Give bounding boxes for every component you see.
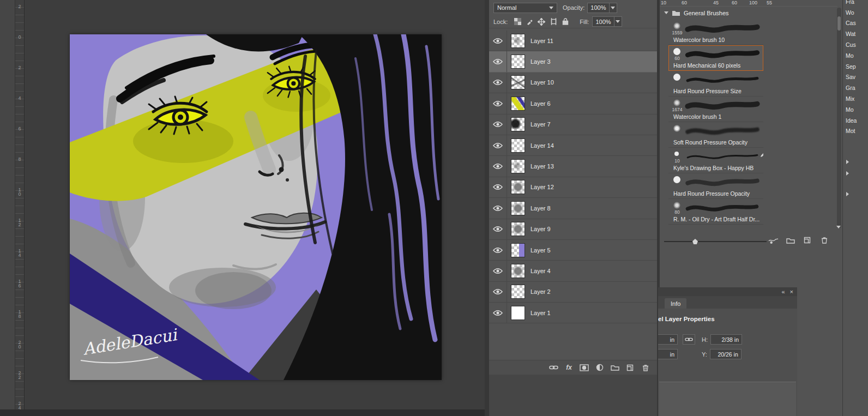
scroll-down-chevron[interactable]: [836, 226, 841, 228]
layer-row[interactable]: Layer 10: [489, 73, 657, 93]
layer-visibility-toggle[interactable]: [489, 135, 507, 155]
lock-artboard-icon[interactable]: [548, 17, 559, 27]
link-dimensions-button[interactable]: [683, 334, 695, 345]
vertical-ruler[interactable]: 2024681 01 21 41 61 82 02 22 4: [15, 0, 25, 416]
delete-brush-icon[interactable]: [819, 236, 829, 245]
lock-all-icon[interactable]: [560, 17, 571, 27]
layer-thumbnail[interactable]: [511, 75, 525, 89]
collapsed-panel-item[interactable]: Wo: [843, 7, 868, 18]
layer-visibility-toggle[interactable]: [489, 51, 507, 71]
new-brush-icon[interactable]: [802, 236, 812, 245]
adjustment-layer-icon[interactable]: [594, 363, 605, 372]
delete-layer-icon[interactable]: [640, 363, 650, 372]
collapsed-panel-item[interactable]: Gra: [843, 82, 868, 93]
layer-thumbnail[interactable]: [511, 222, 525, 236]
collapsed-panel-item[interactable]: Mot: [843, 126, 868, 137]
layer-visibility-toggle[interactable]: [489, 240, 507, 260]
layer-row[interactable]: Layer 13: [489, 156, 657, 177]
new-group-icon[interactable]: [610, 363, 620, 372]
brush-item[interactable]: Soft Round Pressure Opacity: [668, 122, 763, 148]
layer-row[interactable]: Layer 7: [489, 114, 657, 135]
layer-row[interactable]: Layer 2: [489, 282, 657, 303]
collapse-panel-icon[interactable]: «: [781, 288, 785, 295]
brush-item[interactable]: 80 R. M. - Oil Dry - Art Draft Half Dr..…: [668, 199, 763, 225]
layer-visibility-toggle[interactable]: [489, 31, 507, 51]
expand-panel-chevron[interactable]: [846, 171, 849, 176]
layer-visibility-toggle[interactable]: [489, 261, 507, 281]
layer-visibility-toggle[interactable]: [489, 93, 507, 113]
layer-row[interactable]: Layer 1: [489, 303, 657, 323]
layer-row[interactable]: Layer 6: [489, 93, 657, 114]
brush-item[interactable]: Hard Round Pressure Opacity: [668, 173, 763, 199]
tab-info[interactable]: Info: [665, 298, 686, 309]
height-field[interactable]: 2/38 in: [710, 334, 742, 345]
lock-pixels-icon[interactable]: [524, 17, 535, 27]
brush-item[interactable]: 1674 Watercolor brush 1: [668, 97, 763, 122]
lock-position-icon[interactable]: [536, 17, 547, 27]
layer-row[interactable]: Layer 4: [489, 261, 657, 281]
brush-item[interactable]: Hard Round Pressure Size: [668, 71, 763, 97]
collapsed-panel-item[interactable]: Mo: [843, 104, 868, 115]
collapsed-panel-item[interactable]: Sav: [843, 72, 868, 83]
add-layer-mask-icon[interactable]: [579, 363, 589, 372]
expand-panel-chevron[interactable]: [846, 160, 849, 164]
brush-item[interactable]: 1559 Watercolor brush 10: [668, 20, 763, 45]
layer-row[interactable]: Layer 5: [489, 240, 657, 261]
collapsed-panel-item[interactable]: Sep: [843, 61, 868, 72]
canvas-pasteboard[interactable]: 2024681 01 21 41 61 82 02 22 4: [0, 0, 485, 416]
layer-thumbnail[interactable]: [511, 34, 525, 48]
layer-thumbnail[interactable]: [511, 159, 525, 173]
layer-thumbnail[interactable]: [511, 264, 525, 278]
layer-thumbnail[interactable]: [511, 97, 525, 111]
collapsed-panel-item[interactable]: Mo: [843, 50, 868, 61]
collapsed-panel-item[interactable]: Wat: [843, 28, 868, 39]
canvas-artwork[interactable]: AdeleDacui: [70, 34, 442, 380]
stroke-preview-toggle-icon[interactable]: [768, 236, 779, 245]
layer-visibility-toggle[interactable]: [489, 73, 507, 93]
slider-handle[interactable]: [692, 239, 698, 244]
x-field-partial[interactable]: in: [658, 349, 678, 359]
layer-row[interactable]: Layer 9: [489, 219, 657, 240]
brush-edit-icon[interactable]: [760, 151, 763, 158]
new-brush-group-icon[interactable]: [785, 236, 795, 245]
layer-visibility-toggle[interactable]: [489, 219, 507, 239]
layer-visibility-toggle[interactable]: [489, 282, 507, 302]
layer-visibility-toggle[interactable]: [489, 156, 507, 176]
layer-thumbnail[interactable]: [511, 201, 525, 215]
layer-thumbnail[interactable]: [511, 55, 525, 69]
collapsed-panel-item[interactable]: Fra: [843, 0, 868, 7]
layer-thumbnail[interactable]: [511, 138, 525, 153]
brushes-scrollbar[interactable]: [837, 8, 841, 228]
new-layer-icon[interactable]: [625, 363, 635, 372]
fill-input[interactable]: 100%: [592, 16, 622, 27]
canvas-scrollbar[interactable]: [0, 409, 485, 416]
width-field-partial[interactable]: in: [658, 334, 678, 345]
layer-row[interactable]: Layer 11: [489, 31, 657, 51]
layer-thumbnail[interactable]: [511, 243, 525, 257]
layer-visibility-toggle[interactable]: [489, 114, 507, 135]
scrollbar-thumb[interactable]: [837, 16, 841, 31]
expand-panel-chevron[interactable]: [846, 192, 849, 196]
link-layers-icon[interactable]: [548, 363, 559, 372]
brush-item[interactable]: 60 Hard Mechanical 60 pixels: [668, 45, 763, 71]
layer-thumbnail[interactable]: [511, 117, 525, 131]
layer-row[interactable]: Layer 14: [489, 135, 657, 156]
layer-visibility-toggle[interactable]: [489, 198, 507, 218]
collapsed-panel-item[interactable]: Mix: [843, 93, 868, 104]
layer-thumbnail[interactable]: [511, 285, 525, 299]
brush-group-general[interactable]: General Brushes: [660, 7, 837, 19]
collapsed-panel-item[interactable]: Idea: [843, 115, 868, 126]
layer-row[interactable]: Layer 3: [489, 51, 657, 72]
brush-item[interactable]: 10 Kyle's Drawing Box - Happy HB: [668, 148, 763, 173]
y-field[interactable]: 20/26 in: [710, 349, 742, 359]
brush-preview-slider[interactable]: [664, 238, 767, 245]
opacity-input[interactable]: 100%: [587, 3, 617, 13]
collapsed-panel-item[interactable]: Cus: [843, 39, 868, 50]
blend-mode-select[interactable]: Normal: [493, 3, 557, 13]
close-panel-icon[interactable]: ×: [790, 288, 793, 295]
layer-row[interactable]: Layer 8: [489, 198, 657, 219]
layer-visibility-toggle[interactable]: [489, 303, 507, 323]
layer-thumbnail[interactable]: [511, 306, 525, 320]
layer-visibility-toggle[interactable]: [489, 177, 507, 197]
lock-transparency-icon[interactable]: [512, 17, 523, 27]
